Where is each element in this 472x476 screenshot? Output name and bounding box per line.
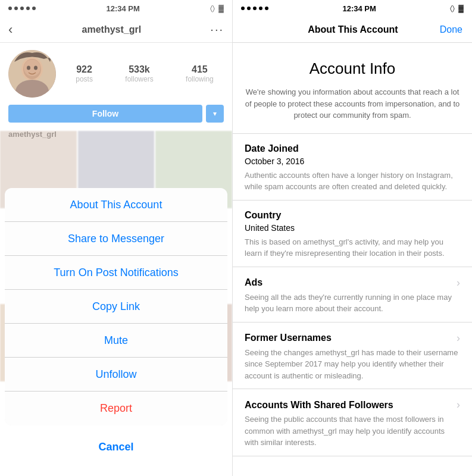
action-cancel[interactable]: Cancel bbox=[5, 430, 227, 464]
chevron-right-icon: › bbox=[457, 332, 460, 345]
former-usernames-title: Former Usernames bbox=[245, 333, 332, 343]
done-button[interactable]: Done bbox=[440, 24, 462, 35]
section-shared-followers[interactable]: Accounts With Shared Followers › Seeing … bbox=[233, 389, 472, 456]
section-header-former-usernames: Former Usernames › bbox=[245, 332, 460, 345]
right-panel: 12:34 PM 〈〉 ▓ About This Account Done Ac… bbox=[233, 0, 472, 476]
date-joined-value: October 3, 2016 bbox=[245, 156, 460, 166]
nav-title-right: About This Account bbox=[266, 24, 440, 35]
account-info-desc: We're showing you information about acco… bbox=[245, 86, 460, 121]
signal-dots-right bbox=[241, 7, 268, 10]
action-notifications[interactable]: Turn On Post Notifications bbox=[5, 256, 227, 290]
nav-bar-right: About This Account Done bbox=[233, 17, 472, 43]
action-about[interactable]: About This Account bbox=[5, 188, 227, 222]
action-mute[interactable]: Mute bbox=[5, 324, 227, 358]
section-ads[interactable]: Ads › Seeing all the ads they're current… bbox=[233, 267, 472, 322]
section-header-date-joined: Date Joined bbox=[245, 143, 460, 154]
left-panel: 12:34 PM 〈〉 ▓ ‹ amethyst_grl ··· bbox=[0, 0, 232, 476]
account-info-header: Account Info We're showing you informati… bbox=[233, 43, 472, 134]
action-copy-link[interactable]: Copy Link bbox=[5, 290, 227, 324]
date-joined-desc: Authentic accounts often have a longer h… bbox=[245, 170, 460, 193]
country-value: United States bbox=[245, 223, 460, 233]
former-usernames-desc: Seeing the changes amethyst_grl has made… bbox=[245, 347, 460, 382]
section-header-ads: Ads › bbox=[245, 277, 460, 289]
shared-followers-title: Accounts With Shared Followers bbox=[245, 400, 393, 411]
status-icons-right: 〈〉 ▓ bbox=[450, 4, 464, 12]
section-country: Country United States This is based on a… bbox=[233, 201, 472, 267]
date-joined-title: Date Joined bbox=[245, 143, 299, 154]
action-sheet-group: About This Account Share to Messenger Tu… bbox=[5, 188, 227, 425]
section-date-joined: Date Joined October 3, 2016 Authentic ac… bbox=[233, 134, 472, 201]
section-header-country: Country bbox=[245, 210, 460, 221]
time-right: 12:34 PM bbox=[342, 4, 376, 13]
country-title: Country bbox=[245, 210, 281, 221]
country-desc: This is based on amethyst_grl's activity… bbox=[245, 236, 460, 259]
ads-desc: Seeing all the ads they're currently run… bbox=[245, 292, 460, 315]
action-unfollow[interactable]: Unfollow bbox=[5, 358, 227, 392]
account-info-title: Account Info bbox=[245, 60, 460, 78]
action-messenger[interactable]: Share to Messenger bbox=[5, 222, 227, 256]
action-sheet: About This Account Share to Messenger Tu… bbox=[0, 183, 232, 476]
section-former-usernames[interactable]: Former Usernames › Seeing the changes am… bbox=[233, 322, 472, 390]
nav-inner: About This Account Done bbox=[242, 24, 462, 35]
battery-icon-right: ▓ bbox=[458, 4, 464, 12]
status-bar-right: 12:34 PM 〈〉 ▓ bbox=[233, 0, 472, 17]
section-header-shared-followers: Accounts With Shared Followers › bbox=[245, 399, 460, 411]
shared-followers-desc: Seeing the public accounts that have the… bbox=[245, 414, 460, 449]
wifi-icon-right: 〈〉 bbox=[450, 4, 455, 12]
action-report[interactable]: Report bbox=[5, 392, 227, 425]
chevron-right-icon: › bbox=[457, 399, 460, 411]
chevron-right-icon: › bbox=[457, 277, 460, 289]
ads-title: Ads bbox=[245, 277, 262, 288]
right-content[interactable]: Account Info We're showing you informati… bbox=[233, 43, 472, 476]
